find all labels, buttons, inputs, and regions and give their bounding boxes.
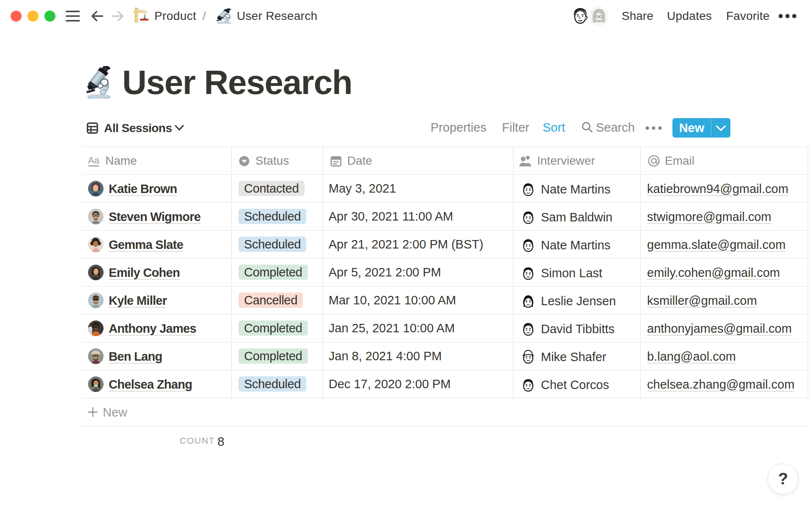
svg-text:Aa: Aa — [88, 155, 100, 166]
